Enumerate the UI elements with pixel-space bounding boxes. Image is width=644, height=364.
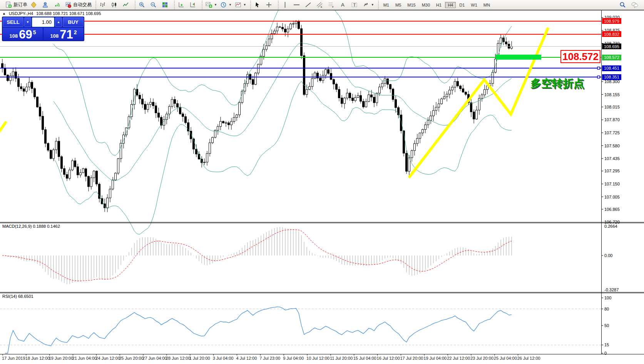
symbol-period-label: USDJPY-,H4 [9, 11, 33, 16]
scroll-end-button[interactable] [176, 0, 188, 10]
volume-decrease-button[interactable]: ▼ [24, 17, 31, 27]
time-tick-label: 21 Jun 04:00 [72, 356, 97, 361]
user-button[interactable] [40, 0, 52, 10]
tile-button[interactable] [160, 0, 172, 10]
price-tick-label: 0 [604, 351, 607, 356]
chart-window[interactable]: ▲ USDJPY-,H4 108.688 108.721 108.671 108… [0, 10, 644, 364]
bars-button[interactable] [98, 0, 109, 10]
hline-button[interactable] [292, 0, 303, 10]
fibo-icon: F [328, 2, 335, 8]
periods-icon [220, 2, 227, 8]
arrows-button[interactable]: ▼ [361, 0, 376, 10]
arrows-dropdown-icon[interactable]: ▼ [371, 3, 374, 7]
time-tick-label: 11 Jul 20:00 [330, 356, 353, 361]
collapse-triangle-icon[interactable]: ▲ [2, 12, 6, 15]
search-button[interactable] [618, 0, 629, 10]
vline-button[interactable] [280, 0, 292, 10]
new-order-icon [5, 2, 12, 8]
trendline-button[interactable] [303, 0, 315, 10]
chat-button[interactable] [629, 0, 641, 10]
template-button[interactable]: ▼ [233, 0, 248, 10]
time-tick-label: 1 Jul 20:00 [189, 356, 210, 361]
price-tick-label: 80 [604, 307, 609, 311]
toolbar-group [250, 1, 277, 9]
toolbar: 新订单自动交易▼▼▼EFAT▼M1M5M15M30H1H4D1W1MN [0, 0, 644, 10]
sell-price-sup: 5 [33, 29, 36, 35]
crosshair-button[interactable] [264, 0, 276, 10]
scroll-end-icon [178, 2, 184, 8]
chart-title: ▲ USDJPY-,H4 108.688 108.721 108.671 108… [2, 11, 101, 16]
price-line-badge: 108.695 [602, 43, 621, 49]
price-tick-label: 50 [604, 323, 609, 328]
svg-text:T: T [353, 3, 356, 7]
time-tick-label: 9 Jul 04:00 [283, 356, 304, 361]
svg-text:A: A [341, 2, 345, 8]
crosshair-icon [266, 2, 272, 8]
timeframe-D1[interactable]: D1 [457, 2, 467, 8]
buy-price[interactable]: 108 71 2 [43, 28, 84, 40]
time-tick-label: 16 Jul 12:00 [377, 356, 400, 361]
periods-dropdown-icon[interactable]: ▼ [229, 3, 232, 7]
candles-button[interactable] [109, 0, 121, 10]
price-tick-label: 0.2664 [604, 224, 617, 229]
shift-button[interactable] [188, 0, 199, 10]
timeframe-H4[interactable]: H4 [445, 2, 456, 8]
sell-price-big: 69 [19, 29, 32, 40]
timeframe-MN[interactable]: MN [481, 2, 493, 8]
price-tick-label: 107.150 [604, 182, 620, 186]
price-tick-label: 107.005 [604, 195, 620, 199]
time-tick-label: 7 Jul 23:00 [259, 356, 280, 361]
cursor-button[interactable] [253, 0, 264, 10]
candles-icon [111, 2, 117, 8]
time-tick-label: 3 Jul 04:00 [213, 356, 234, 361]
time-tick-label: 25 Jun 20:00 [119, 356, 144, 361]
new-order-button[interactable]: 新订单 [4, 0, 29, 10]
price-tick-label: 15 [604, 342, 609, 347]
buy-price-prefix: 108 [50, 33, 59, 39]
autotrade-icon [65, 2, 72, 8]
rsi-indicator-label: RSI(14) 68.6501 [2, 294, 33, 299]
price-tick-label: 106.865 [604, 207, 620, 212]
channel-button[interactable]: E [315, 0, 326, 10]
sell-button[interactable]: SELL [3, 17, 23, 27]
zoom-in-button[interactable] [137, 0, 149, 10]
timeframe-W1[interactable]: W1 [468, 2, 480, 8]
autotrade-button[interactable]: 自动交易 [64, 0, 93, 10]
label-t-button[interactable]: T [350, 0, 361, 10]
sell-price[interactable]: 108 69 5 [3, 28, 43, 40]
price-tick-label: 107.725 [604, 130, 620, 135]
periods-button[interactable]: ▼ [219, 0, 233, 10]
template-icon [235, 2, 241, 8]
time-tick-label: 4 Jul 12:00 [236, 356, 257, 361]
indicators-button[interactable]: ▼ [204, 0, 219, 10]
timeframe-M30[interactable]: M30 [419, 2, 433, 8]
indicators-dropdown-icon[interactable]: ▼ [214, 3, 217, 7]
shift-icon [189, 2, 196, 8]
text-a-button[interactable]: A [338, 0, 350, 10]
turning-point-annotation[interactable]: 多空转折点 [530, 76, 584, 91]
timeframe-H1[interactable]: H1 [433, 2, 444, 8]
timeframe-M5[interactable]: M5 [393, 2, 404, 8]
chart-gold-button[interactable] [29, 0, 40, 10]
price-tick-label: 107.295 [604, 169, 620, 173]
linechart-icon [122, 2, 129, 8]
chart-gold-icon [30, 2, 37, 8]
fibo-button[interactable]: F [326, 0, 338, 10]
timeframe-M1[interactable]: M1 [381, 2, 392, 8]
volume-increase-button[interactable]: ▲ [55, 17, 62, 27]
new-order-label: 新订单 [13, 2, 27, 8]
toolbar-right-group [616, 1, 642, 9]
linechart-button[interactable] [121, 0, 132, 10]
bars-icon [99, 2, 106, 8]
signal-button[interactable] [52, 0, 64, 10]
price-annotation-box[interactable]: 108.572 [560, 50, 601, 63]
time-tick-label: 22 Jul 12:00 [447, 356, 470, 361]
volume-input[interactable] [32, 17, 54, 27]
template-dropdown-icon[interactable]: ▼ [243, 3, 246, 7]
text-a-icon: A [340, 2, 346, 8]
zoom-out-button[interactable] [149, 0, 160, 10]
chart-canvas[interactable] [0, 10, 644, 364]
ohlc-values-label: 108.688 108.721 108.671 108.695 [36, 11, 101, 16]
buy-button[interactable]: BUY [63, 17, 84, 27]
timeframe-M15[interactable]: M15 [405, 2, 418, 8]
